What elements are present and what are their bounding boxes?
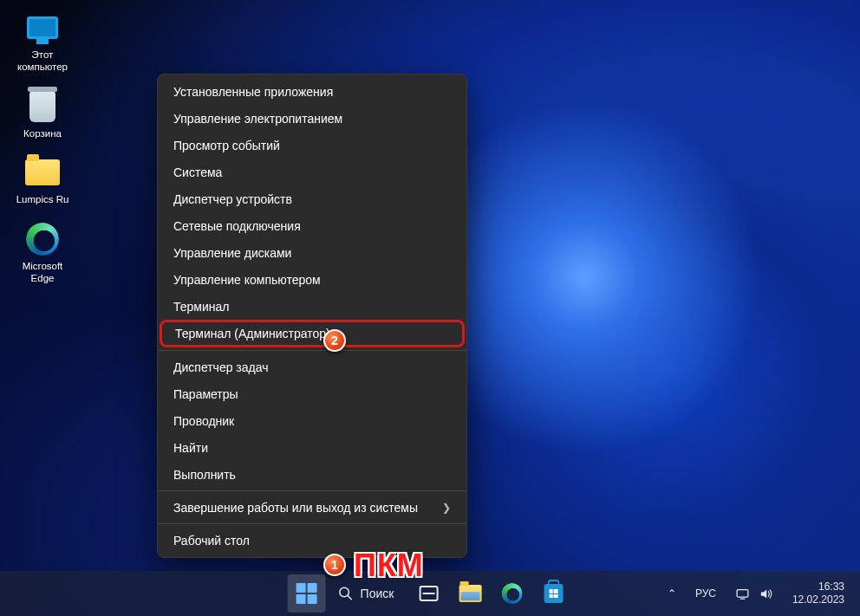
winx-task-manager[interactable]: Диспетчер задач [158, 353, 466, 380]
task-view-icon [419, 586, 438, 601]
winx-item-label: Управление компьютером [173, 273, 321, 287]
winx-item-label: Управление электропитанием [173, 112, 342, 126]
windows-logo-icon [296, 583, 317, 604]
winx-event-viewer[interactable]: Просмотр событий [158, 132, 466, 159]
winx-search[interactable]: Найти [158, 434, 466, 461]
file-explorer-icon [459, 585, 481, 602]
winx-item-label: Установленные приложения [173, 85, 333, 99]
winx-item-label: Сетевые подключения [173, 219, 301, 233]
winx-power-options[interactable]: Управление электропитанием [158, 105, 466, 132]
tray-time: 16:33 [792, 580, 844, 593]
taskbar-center-group: Поиск [288, 574, 573, 613]
winx-settings[interactable]: Параметры [158, 380, 466, 407]
winx-device-manager[interactable]: Диспетчер устройств [158, 185, 466, 212]
recycle-bin-icon [23, 89, 62, 124]
badge-number: 2 [331, 334, 338, 347]
search-icon [338, 586, 354, 601]
winx-item-label: Система [173, 165, 222, 179]
taskbar-store[interactable] [534, 574, 572, 613]
winx-item-label: Диспетчер задач [173, 360, 269, 374]
pc-icon [23, 10, 62, 45]
edge-icon [23, 222, 62, 256]
edge-icon [501, 583, 522, 604]
desktop-icon-label: Lumpics Ru [16, 193, 69, 205]
winx-explorer[interactable]: Проводник [158, 407, 466, 434]
tray-overflow-button[interactable]: ⌃ [659, 582, 685, 605]
menu-separator [158, 523, 466, 524]
network-icon [735, 587, 750, 601]
winx-item-label: Просмотр событий [173, 139, 280, 152]
annotation-badge-2: 2 [323, 329, 346, 352]
menu-separator [158, 490, 466, 491]
winx-installed-apps[interactable]: Установленные приложения [158, 78, 466, 105]
winx-item-label: Управление дисками [173, 246, 291, 260]
winx-terminal[interactable]: Терминал [158, 293, 466, 320]
taskbar-edge[interactable] [492, 574, 531, 613]
winx-item-label: Терминал [173, 300, 229, 314]
tray-clock[interactable]: 16:33 12.02.2023 [784, 577, 853, 610]
winx-computer-management[interactable]: Управление компьютером [158, 266, 466, 293]
winx-item-label: Рабочий стол [173, 534, 250, 548]
taskbar-file-explorer[interactable] [451, 574, 489, 613]
svg-rect-2 [737, 589, 748, 597]
winx-item-label: Проводник [173, 414, 234, 428]
winx-system[interactable]: Система [158, 159, 466, 185]
taskbar: Поиск ⌃ РУС 16:33 12.02.2023 [0, 571, 860, 616]
winx-item-label: Выполнить [173, 468, 236, 482]
winx-item-label: Параметры [173, 387, 238, 401]
winx-network-connections[interactable]: Сетевые подключения [158, 212, 466, 239]
winx-run[interactable]: Выполнить [158, 461, 466, 488]
winx-disk-management[interactable]: Управление дисками [158, 239, 466, 266]
search-label: Поиск [361, 587, 394, 600]
winx-item-label: Терминал (Администратор) [175, 327, 330, 340]
volume-icon [759, 587, 773, 601]
tray-date: 12.02.2023 [792, 593, 844, 606]
desktop-icon-edge[interactable]: MicrosoftEdge [7, 222, 78, 285]
winx-item-label: Диспетчер устройств [173, 192, 292, 206]
desktop-icon-label: Этоткомпьютер [17, 49, 68, 74]
annotation-badge-1: 1 [323, 554, 346, 576]
folder-icon [23, 155, 62, 190]
start-button[interactable] [288, 574, 326, 613]
desktop-icon-recycle-bin[interactable]: Корзина [7, 89, 78, 139]
ms-store-icon [544, 584, 563, 603]
winx-item-label: Найти [173, 441, 208, 455]
winx-shutdown-signout[interactable]: Завершение работы или выход из системы ❯ [158, 494, 466, 521]
tray-language-button[interactable]: РУС [687, 582, 725, 605]
annotation-rmb-label: ПКМ [354, 548, 424, 584]
desktop-icon-lumpics-folder[interactable]: Lumpics Ru [7, 155, 78, 205]
tray-language-label: РУС [695, 587, 716, 600]
chevron-up-icon: ⌃ [668, 587, 676, 600]
tray-quick-settings[interactable] [726, 581, 782, 606]
chevron-right-icon: ❯ [442, 502, 451, 514]
winx-terminal-admin[interactable]: Терминал (Администратор) [160, 320, 465, 347]
menu-separator [158, 350, 466, 351]
winx-context-menu: Установленные приложения Управление элек… [157, 74, 467, 558]
desktop-icon-this-pc[interactable]: Этоткомпьютер [7, 10, 78, 74]
winx-item-label: Завершение работы или выход из системы [173, 501, 418, 515]
svg-line-1 [348, 595, 352, 600]
desktop-icons-area: Этоткомпьютер Корзина Lumpics Ru Microso… [7, 10, 85, 300]
desktop-icon-label: Корзина [23, 127, 62, 139]
badge-number: 1 [331, 558, 338, 572]
system-tray: ⌃ РУС 16:33 12.02.2023 [659, 571, 853, 616]
desktop-icon-label: MicrosoftEdge [23, 260, 63, 285]
